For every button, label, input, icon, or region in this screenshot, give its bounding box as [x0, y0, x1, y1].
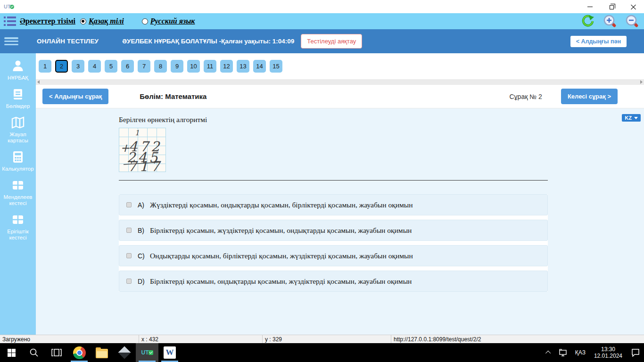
tab-question-2[interactable]: 2: [55, 60, 68, 73]
option-text: Бірліктерді қосамын, жүздіктерді қосамын…: [150, 226, 412, 235]
option-checkbox[interactable]: [126, 228, 132, 233]
taskbar-explorer-button[interactable]: [91, 343, 113, 362]
tab-question-8[interactable]: 8: [154, 60, 167, 73]
sidebar-item-answer-sheet[interactable]: Жауап картасы: [0, 115, 36, 144]
sidebar-item-solubility-table[interactable]: Ерігіштік кестесі: [0, 213, 36, 241]
start-button[interactable]: [0, 343, 23, 362]
tab-question-12[interactable]: 12: [220, 60, 233, 73]
hamburger-menu-icon[interactable]: [4, 37, 18, 45]
sidebar-item-profile[interactable]: НҰРБАҚ: [0, 59, 36, 81]
calculator-icon: [11, 150, 25, 164]
section-title: Бөлім: Математика: [140, 92, 206, 100]
answer-option-b[interactable]: B) Бірліктерді қосамын, жүздіктерді қоса…: [119, 220, 548, 241]
window-controls: [579, 0, 644, 13]
minimize-icon: [587, 7, 593, 7]
scroll-left-icon[interactable]: [37, 80, 40, 84]
tab-question-3[interactable]: 3: [72, 60, 84, 73]
tray-clock[interactable]: 13:30 12.01.2024: [589, 346, 627, 359]
taskbar-word-button[interactable]: W: [158, 343, 181, 362]
tab-question-5[interactable]: 5: [105, 60, 117, 73]
sidebar-item-label: Калькулятор: [1, 166, 34, 172]
option-checkbox[interactable]: [126, 279, 132, 284]
close-button[interactable]: [622, 0, 644, 13]
prev-subject-button[interactable]: < Алдыңғы пән: [570, 36, 627, 47]
refresh-icon[interactable]: [581, 14, 595, 28]
tab-question-11[interactable]: 11: [204, 60, 216, 73]
tab-question-7[interactable]: 7: [138, 60, 150, 73]
uto-check-icon: [149, 350, 153, 355]
chevron-down-icon: [634, 117, 638, 119]
answer-option-d[interactable]: D) Бірліктерді қосамын, ондықтарды қосам…: [119, 271, 548, 292]
chrome-icon: [73, 346, 86, 359]
status-url: http://127.0.0.1:8099/test/quest/2/2: [391, 335, 644, 343]
network-icon: [558, 348, 568, 357]
tab-question-1[interactable]: 1: [39, 60, 51, 73]
tab-question-13[interactable]: 13: [237, 60, 249, 73]
task-view-button[interactable]: [45, 343, 68, 362]
taskbar-chrome-button[interactable]: [68, 343, 91, 362]
answer-option-c[interactable]: C) Ондықтарды қосамын, бірліктерді қосам…: [119, 245, 548, 266]
tray-network-button[interactable]: [554, 343, 571, 362]
status-bar: Загружено x : 432 y : 329 http://127.0.0…: [0, 335, 644, 343]
action-bar: Әрекеттер тізімі Қазақ тілі Русский язык: [0, 13, 644, 29]
option-text: Бірліктерді қосамын, ондықтарды қосамын,…: [150, 277, 412, 286]
sidebar-item-calculator[interactable]: Калькулятор: [0, 150, 36, 172]
option-checkbox[interactable]: [126, 253, 132, 258]
tab-question-4[interactable]: 4: [88, 60, 101, 73]
carry-digit: 1: [135, 129, 140, 137]
lang-option-kazakh[interactable]: Қазақ тілі: [80, 17, 124, 25]
windows-start-icon: [8, 349, 16, 357]
taskbar-inkscape-button[interactable]: [113, 343, 136, 362]
action-icons: [581, 14, 639, 28]
book-icon: [11, 87, 25, 101]
prev-question-button[interactable]: < Алдыңғы сұрақ: [42, 89, 108, 104]
radio-russian-label[interactable]: Русский язык: [150, 17, 195, 25]
word-icon: W: [164, 346, 176, 359]
sidebar-item-sections[interactable]: Бөлімдер: [0, 87, 36, 109]
tab-question-10[interactable]: 10: [187, 60, 200, 73]
uto-logo-icon: UT: [4, 4, 14, 9]
option-checkbox[interactable]: [126, 202, 132, 207]
horizontal-scrollbar[interactable]: [36, 79, 644, 85]
next-question-button[interactable]: Келесі сұрақ >: [561, 89, 618, 104]
tab-question-9[interactable]: 9: [171, 60, 183, 73]
table-icon: [11, 213, 25, 227]
answer-option-a[interactable]: A) Жүздіктерді қосамын, ондықтарды қосам…: [119, 194, 548, 215]
action-center-icon: [631, 348, 640, 357]
file-explorer-icon: [96, 349, 108, 358]
taskbar-search-button[interactable]: [23, 343, 45, 362]
zoom-in-icon[interactable]: [603, 14, 617, 28]
radio-russian[interactable]: [142, 18, 148, 25]
tab-question-14[interactable]: 14: [253, 60, 266, 73]
radio-kazakh-label[interactable]: Қазақ тілі: [89, 17, 124, 25]
task-view-icon: [51, 348, 62, 357]
inkscape-icon: [118, 346, 131, 359]
tab-question-15[interactable]: 15: [270, 60, 282, 73]
app-header: ОНЛАЙН ТЕСТІЛЕУ ӘУЕЛБЕК НҰРБАҚ БОЛАТҰЛЫ …: [0, 29, 644, 53]
scroll-right-icon[interactable]: [640, 80, 643, 84]
restore-button[interactable]: [601, 0, 622, 13]
sidebar-item-mendeleev-table[interactable]: Менделеев кестесі: [0, 178, 36, 206]
tab-question-6[interactable]: 6: [121, 60, 134, 73]
language-dropdown[interactable]: KZ: [622, 114, 641, 122]
taskbar-uto-app-button[interactable]: UT: [136, 343, 158, 362]
action-center-button[interactable]: [627, 343, 644, 362]
question-number: Сұрақ № 2: [509, 93, 542, 100]
language-dropdown-label: KZ: [625, 115, 632, 121]
actions-list-link[interactable]: Әрекеттер тізімі: [20, 17, 75, 25]
tray-language-button[interactable]: ҚАЗ: [571, 343, 589, 362]
close-icon: [631, 4, 636, 9]
logo-check-icon: [10, 5, 14, 9]
minimize-button[interactable]: [579, 0, 601, 13]
status-y-coordinate: y : 329: [263, 335, 391, 343]
option-text: Жүздіктерді қосамын, ондықтарды қосамын,…: [150, 201, 413, 209]
lang-option-russian[interactable]: Русский язык: [142, 17, 195, 25]
option-key: B): [138, 227, 148, 234]
sidebar-item-label: Бөлімдер: [5, 103, 31, 109]
zoom-out-icon[interactable]: [625, 14, 639, 28]
tray-show-hidden-button[interactable]: [543, 343, 554, 362]
window-titlebar: UT: [0, 0, 644, 13]
answer-options: A) Жүздіктерді қосамын, ондықтарды қосам…: [119, 194, 548, 292]
radio-kazakh[interactable]: [80, 18, 86, 25]
finish-test-button[interactable]: Тестілеуді аяқтау: [301, 34, 362, 49]
